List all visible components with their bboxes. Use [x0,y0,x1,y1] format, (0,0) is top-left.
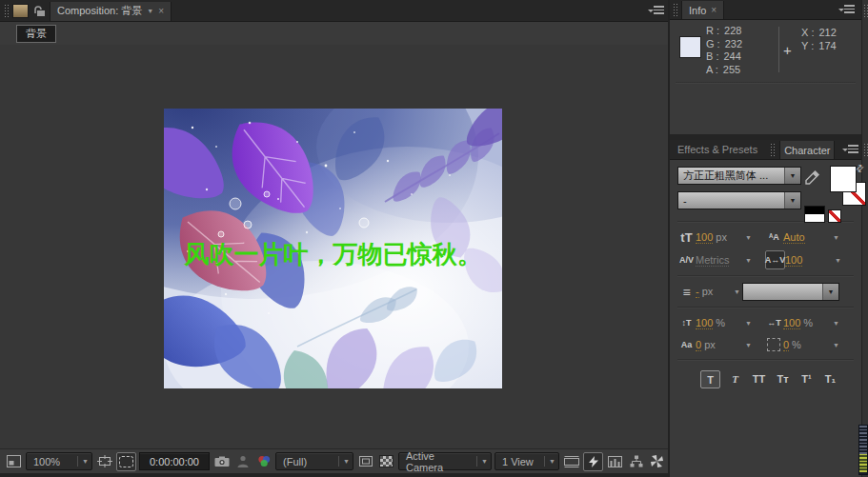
panel-menu-icon[interactable] [842,145,858,155]
small-caps-toggle[interactable]: Tᴛ [774,370,792,387]
panel-menu-icon[interactable] [838,5,855,15]
font-style-dropdown[interactable]: - ▼ [677,191,801,209]
faux-bold-toggle[interactable]: T [700,370,720,388]
after-effects-window: Composition: 背景 ▼ × 背景 [0,0,868,477]
viewer-lock-icon[interactable] [32,5,46,17]
faux-italic-toggle[interactable]: T [726,370,744,387]
chevron-down-icon[interactable]: ▼ [833,320,839,327]
tsume-field[interactable]: 0 % [783,339,833,351]
comp-thumbnail-icon [12,4,29,18]
composition-panel: Composition: 背景 ▼ × 背景 [0,0,668,477]
vertical-scale-field[interactable]: 100 % [696,317,745,329]
chevron-down-icon[interactable]: ▼ [734,288,740,295]
resolution-dropdown[interactable]: (Full) ▼ [275,452,353,470]
caption-text: 风吹一片叶，万物已惊秋。 [164,238,502,271]
panel-grip[interactable] [673,3,677,16]
leading-field[interactable]: Auto [783,231,833,244]
chevron-down-icon: ▼ [343,458,350,465]
show-snapshot-person-icon[interactable] [233,453,252,470]
tab-character[interactable]: Character [779,141,835,159]
horizontal-scale-field[interactable]: 100 % [783,317,833,329]
tab-character-label: Character [784,145,830,156]
panel-grip[interactable] [863,4,868,17]
stroke-style-value [743,284,822,300]
panel-bottom-edge [0,473,668,477]
always-preview-icon[interactable] [5,453,23,470]
comp-canvas[interactable]: 风吹一片叶，万物已惊秋。 [164,109,502,388]
tab-info-label: Info [689,5,706,16]
chevron-down-icon[interactable]: ▼ [835,257,841,264]
fast-previews-icon[interactable] [583,452,603,471]
leading-icon: ᴬA [765,229,783,246]
divider [778,27,779,72]
stroke-width-icon: ≡ [677,284,696,301]
baseline-shift-field[interactable]: 0 px [696,339,745,351]
superscript-toggle[interactable]: T¹ [797,370,816,387]
channel-rgb-circles-icon[interactable] [254,453,273,470]
tracking-field[interactable]: 100 [785,254,835,267]
mask-visibility-toggle[interactable] [116,452,136,471]
chevron-down-icon[interactable]: ▼ [147,8,153,14]
divider [677,359,854,361]
chevron-down-icon: ▼ [784,168,800,184]
default-colors-icon[interactable] [804,206,825,223]
camera-view-dropdown[interactable]: Active Camera ▼ [398,452,492,470]
chevron-down-icon: ▼ [481,458,488,465]
rgba-readout: R :228 G :232 B :244 A :255 [706,25,742,76]
kerning-icon: A/V [677,251,696,268]
camera-view-value: Active Camera [406,450,471,473]
close-icon[interactable]: × [711,5,717,15]
font-family-dropdown[interactable]: 方正正粗黑简体 ... ▼ [677,167,801,185]
audio-level-meter [858,425,868,475]
tsume-icon [765,336,783,353]
tab-effects-presets[interactable]: Effects & Presets [677,144,757,155]
no-color-icon[interactable] [828,209,841,223]
magnification-dropdown[interactable]: 100% ▼ [26,452,92,470]
crosshair-plus-icon: + [783,42,792,58]
character-panel: Effects & Presets Character 方正正粗黑简体 ... … [670,140,861,477]
current-time-display[interactable]: 0:00:00:00 [139,452,210,470]
stroke-style-dropdown[interactable]: ▼ [742,283,839,301]
chevron-down-icon[interactable]: ▼ [745,257,752,264]
baseline-shift-icon: Aa [677,336,696,353]
chevron-down-icon[interactable]: ▼ [833,342,839,348]
chevron-down-icon[interactable]: ▼ [745,342,752,348]
flowchart-button-icon[interactable] [627,453,645,470]
comp-viewer[interactable]: 风吹一片叶，万物已惊秋。 [0,45,668,448]
panel-grip[interactable] [863,143,868,156]
region-of-interest-icon[interactable] [356,453,374,470]
pixel-aspect-toggle-icon[interactable] [562,453,580,470]
reset-exposure-shutter-icon[interactable] [648,453,666,470]
font-style-value: - [678,192,784,209]
vertical-scale-icon: ↕T [677,314,696,331]
comp-toolbar: 100% ▼ 0:00:00:00 [0,448,668,473]
magnification-value: 100% [33,456,71,467]
chevron-down-icon[interactable]: ▼ [833,234,839,241]
comp-breadcrumb-button[interactable]: 背景 [16,25,56,43]
close-icon[interactable]: × [158,6,164,16]
character-body: 方正正粗黑简体 ... ▼ - ▼ ⇄ tT [670,160,861,388]
snapshot-camera-icon[interactable] [212,453,231,470]
view-layout-value: 1 View [502,456,538,467]
tab-composition[interactable]: Composition: 背景 ▼ × [50,2,172,21]
chevron-down-icon[interactable]: ▼ [745,320,752,327]
eyedropper-icon[interactable] [805,169,820,185]
panel-menu-icon[interactable] [648,6,664,16]
horizontal-scale-icon: ↔T [765,314,783,331]
tab-info[interactable]: Info × [681,1,724,19]
fill-color-swatch[interactable] [830,166,857,192]
timeline-button-icon[interactable] [606,453,624,470]
chevron-down-icon: ▼ [784,192,800,209]
kerning-field[interactable]: Metrics [696,254,745,267]
divider [677,307,854,308]
chevron-down-icon[interactable]: ▼ [745,234,752,241]
view-layout-dropdown[interactable]: 1 View ▼ [495,452,559,470]
panel-grip[interactable] [4,4,9,17]
panel-grip[interactable] [770,143,775,156]
grid-options-icon[interactable] [95,453,113,470]
stroke-width-field[interactable]: - px [696,286,734,298]
all-caps-toggle[interactable]: TT [750,370,768,387]
transparency-grid-icon[interactable] [377,453,395,470]
font-size-field[interactable]: 100 px [696,231,745,244]
subscript-toggle[interactable]: T₁ [821,370,839,387]
